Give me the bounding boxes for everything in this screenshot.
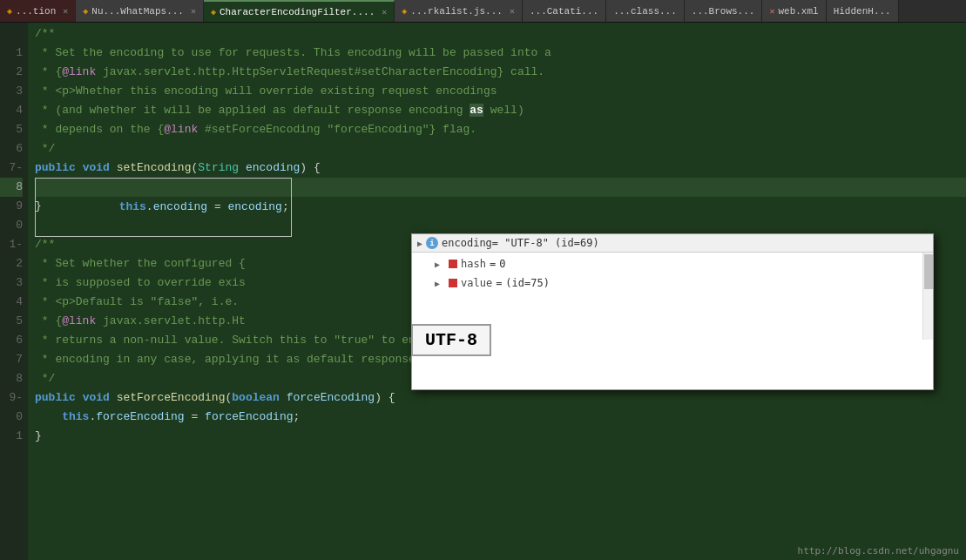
line-num-18: 8 (0, 369, 23, 388)
line-num-3: 3 (0, 82, 23, 101)
code-text-4: * (and whether it will be applied as def… (35, 101, 524, 120)
tab-7-label: ...Brows... (692, 6, 755, 17)
line-num-21: 1 (0, 427, 23, 446)
tab-4-icon: ◈ (402, 6, 407, 17)
code-line-19: public void setForceEncoding(boolean for… (35, 388, 966, 408)
line-num-8: 8 (0, 178, 23, 197)
line-num-19: 9- (0, 388, 23, 408)
code-text-6: */ (35, 139, 55, 159)
utf8-value-box: UTF-8 (411, 324, 491, 356)
line-num-0 (0, 24, 23, 44)
tab-4[interactable]: ◈ ...rkalist.js... ✕ (395, 0, 523, 22)
code-text-2: * (35, 63, 55, 82)
tab-1-label: ...tion (16, 6, 56, 17)
code-text-5: * depends on the { (35, 120, 164, 139)
hash-var-value: 0 (499, 258, 505, 270)
line-num-15: 5 (0, 312, 23, 331)
expand-arrow-main[interactable]: ▶ (417, 239, 422, 248)
code-line-9: } (35, 197, 966, 216)
debug-popup: ▶ i encoding= "UTF-8" (id=69) ▶ hash = 0… (411, 233, 934, 390)
info-circle-icon: i (426, 237, 438, 249)
line-num-4: 4 (0, 101, 23, 120)
code-line-7: public void setEncoding(String encoding)… (35, 159, 966, 178)
editor-area: 1 2 3 4 5 6 7- 8 9 0 1- 2 3 4 5 6 7 8 9-… (0, 23, 966, 560)
code-line-0: /** (35, 24, 966, 44)
tab-9[interactable]: HiddenH... (827, 0, 899, 22)
line-num-9: 9 (0, 197, 23, 216)
tab-6[interactable]: ...class... (606, 0, 685, 22)
line-num-1: 1 (0, 44, 23, 63)
line-num-12: 2 (0, 254, 23, 273)
tab-1-close[interactable]: ✕ (63, 6, 68, 17)
line-num-7: 7- (0, 159, 23, 178)
value-var-value: (id=75) (505, 277, 550, 289)
line-num-13: 3 (0, 273, 23, 293)
line-num-6: 6 (0, 139, 23, 159)
tab-2-icon: ◈ (83, 6, 88, 17)
utf8-value-text: UTF-8 (425, 330, 477, 350)
debug-popup-scrollbar[interactable] (922, 253, 933, 340)
line-num-20: 0 (0, 408, 23, 427)
tab-1-icon: ◈ (7, 6, 12, 17)
tab-3-label: CharacterEncodingFilter.... (220, 7, 375, 17)
value-expand-icon[interactable]: ▶ (435, 279, 445, 288)
code-line-1: * Set the encoding to use for requests. … (35, 44, 966, 63)
tab-5[interactable]: ...Catati... (523, 0, 606, 22)
tab-1[interactable]: ◈ ...tion ✕ (0, 0, 76, 22)
debug-popup-header: ▶ i encoding= "UTF-8" (id=69) (412, 234, 933, 253)
status-bar-text: http://blog.csdn.net/uhgagnu (798, 545, 959, 557)
hash-expand-icon: ▶ (435, 260, 445, 269)
code-line-6: */ (35, 139, 966, 159)
debug-row-hash: ▶ hash = 0 (417, 254, 928, 273)
line-num-11: 1- (0, 235, 23, 254)
tab-3[interactable]: ◈ CharacterEncodingFilter.... ✕ (204, 0, 395, 22)
line-num-2: 2 (0, 63, 23, 82)
line-num-16: 6 (0, 331, 23, 350)
hash-var-name: hash (461, 258, 486, 270)
tab-3-close[interactable]: ✕ (382, 7, 387, 17)
line-numbers: 1 2 3 4 5 6 7- 8 9 0 1- 2 3 4 5 6 7 8 9-… (0, 23, 28, 560)
tab-9-label: HiddenH... (834, 6, 891, 17)
code-line-21: } (35, 427, 966, 446)
code-line-5: * depends on the {@link #setForceEncodin… (35, 120, 966, 139)
code-text-0: /** (35, 24, 55, 44)
tab-5-label: ...Catati... (530, 6, 598, 17)
code-line-8: this.encoding = encoding; (35, 178, 966, 197)
code-line-3: * <p>Whether this encoding will override… (35, 82, 966, 101)
value-eq: = (496, 277, 502, 289)
tab-7[interactable]: ...Brows... (685, 0, 763, 22)
tab-2[interactable]: ◈ Nu...WhatMaps... ✕ (76, 0, 204, 22)
line-num-17: 7 (0, 350, 23, 369)
tab-bar: ◈ ...tion ✕ ◈ Nu...WhatMaps... ✕ ◈ Chara… (0, 0, 966, 23)
tab-4-close[interactable]: ✕ (510, 6, 515, 17)
code-line-4: * (and whether it will be applied as def… (35, 101, 966, 120)
code-text-3: * <p>Whether this encoding will override… (35, 82, 497, 101)
tab-8[interactable]: ✕ web.xml (762, 0, 826, 22)
status-bar: http://blog.csdn.net/uhgagnu (798, 545, 959, 557)
hash-eq: = (490, 258, 496, 270)
scrollbar-thumb (924, 254, 933, 289)
code-line-10 (35, 216, 966, 235)
debug-row-value: ▶ value = (id=75) (417, 273, 928, 293)
tab-3-icon: ◈ (211, 7, 216, 17)
tab-6-label: ...class... (613, 6, 677, 17)
tab-4-label: ...rkalist.js... (410, 6, 503, 17)
line-num-5: 5 (0, 120, 23, 139)
hash-field-icon (449, 260, 457, 268)
value-field-icon (449, 279, 457, 287)
debug-popup-title: encoding= "UTF-8" (id=69) (442, 237, 599, 249)
tab-8-icon: ✕ (769, 6, 774, 17)
tab-2-close[interactable]: ✕ (191, 6, 196, 17)
line-num-10: 0 (0, 216, 23, 235)
code-line-20: this.forceEncoding = forceEncoding; (35, 408, 966, 427)
code-text-1: * Set the encoding to use for requests. … (35, 44, 551, 63)
code-line-2: * {@link javax.servlet.http.HttpServletR… (35, 63, 966, 82)
tab-2-label: Nu...WhatMaps... (91, 6, 184, 17)
tab-8-label: web.xml (778, 6, 818, 17)
value-var-name: value (461, 277, 492, 289)
line-num-14: 4 (0, 293, 23, 312)
